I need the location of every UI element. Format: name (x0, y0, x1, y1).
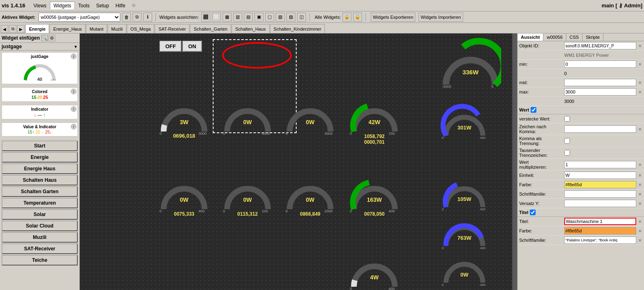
prop-titel-input[interactable] (564, 218, 636, 225)
export-btn[interactable]: Widgets Exportieren (371, 13, 415, 22)
preview-indicator[interactable]: Indicator ↓ — ↑ i (2, 105, 78, 119)
prop-schrift-input[interactable] (564, 190, 636, 198)
gauge-1[interactable]: 0 3000 3W 0696,018 (158, 91, 211, 139)
prop-multiplizieren-input[interactable] (564, 161, 636, 168)
colored-info-btn[interactable]: i (71, 89, 77, 94)
nav-schalten-haus[interactable]: Schalten Haus (2, 175, 78, 185)
center-canvas[interactable]: OFF ON 0 3000 3W 0696,018 0 (80, 33, 517, 290)
tab-energie[interactable]: Energie (25, 24, 49, 33)
gauge-9[interactable]: 0 2000 0W 0868,849 (284, 168, 337, 217)
preview-colored[interactable]: Colored 15 20 25 i (2, 87, 78, 102)
tab-schalten-haus[interactable]: Schalten_Haus (232, 24, 270, 33)
gauge-8[interactable]: 0 100 0W 0115,312 (221, 168, 274, 217)
delete-widget-btn[interactable]: 🗑 (122, 13, 131, 22)
nav-sat-receiver[interactable]: SAT-Receiver (2, 243, 78, 254)
settings-icon[interactable]: ⚙ (49, 35, 55, 41)
scroll-bar[interactable] (512, 33, 517, 290)
tab-os-mega[interactable]: OS_Mega (127, 24, 155, 33)
gauge-12[interactable]: 0 400 763W (440, 211, 489, 253)
prop-titel-farbe-input[interactable] (564, 227, 636, 234)
prop-komma-checkbox[interactable] (564, 138, 570, 144)
prop-mid-clear[interactable]: ✕ (637, 80, 642, 85)
gauge-10[interactable]: 0 400 163W 0078,050 (348, 168, 401, 217)
gauge-3[interactable]: 0 3000 0W (284, 91, 337, 141)
menu-hilfe[interactable]: Hilfe (112, 2, 128, 9)
prop-schrift2-input[interactable] (564, 236, 636, 244)
prop-min-input[interactable] (564, 60, 636, 68)
prop-zeichen-input[interactable] (564, 125, 636, 133)
info-widget-btn[interactable]: ℹ (143, 13, 152, 22)
gauge-11[interactable]: 0 400 105W (440, 172, 489, 214)
prop-max-input[interactable] (564, 88, 636, 96)
prop-objekt-id-input[interactable] (564, 42, 636, 49)
justgage-info-btn[interactable]: i (71, 54, 77, 59)
copy-widget-btn[interactable]: ⧉ (133, 13, 142, 22)
lock-btn[interactable]: 🔒 (342, 13, 351, 22)
prop-farbe-clear[interactable]: ✕ (637, 182, 642, 187)
tab-mutant[interactable]: Mutant (86, 24, 107, 33)
gauge-6[interactable]: 0 400 301W (440, 101, 489, 143)
prop-schrift2-clear[interactable]: ✕ (637, 237, 642, 243)
preview-justgage[interactable]: justGage 40 0 100 i (2, 52, 78, 84)
widget-type-header[interactable]: justgage ▼ (0, 43, 79, 50)
prop-versatz-input[interactable] (564, 200, 636, 207)
nav-muzili[interactable]: Muzili (2, 232, 78, 243)
prop-einheit-clear[interactable]: ✕ (637, 172, 642, 178)
align-btn-4[interactable]: ▥ (233, 13, 242, 22)
menu-views[interactable]: Views (30, 2, 50, 9)
off-button[interactable]: OFF (160, 41, 182, 52)
prop-verstecke-checkbox[interactable] (564, 116, 570, 122)
unlock-btn[interactable]: 🔓 (353, 13, 362, 22)
tab-schalten-kinderzimmer[interactable]: Schalten_Kinderzimmer (270, 24, 325, 33)
val-ind-info-btn[interactable]: i (71, 124, 77, 129)
prop-max-clear[interactable]: ✕ (637, 89, 642, 95)
tab-nav-copy[interactable]: ⧉ (9, 25, 16, 33)
prop-min-clear[interactable]: ✕ (637, 61, 642, 67)
menu-widgets[interactable]: Widgets (50, 2, 75, 9)
wert-checkbox[interactable] (531, 107, 536, 113)
nav-temperaturen[interactable]: Temperaturen (2, 198, 78, 208)
tab-nav-left[interactable]: ◀ (1, 25, 8, 33)
gauge-14[interactable]: 0 400 0W (440, 248, 489, 290)
prop-tab-aussicht[interactable]: Aussicht (518, 33, 543, 41)
align-btn-5[interactable]: ▤ (244, 13, 253, 22)
prop-tausender-checkbox[interactable] (564, 150, 570, 156)
tab-schalten-garten[interactable]: Schalten_Garten (190, 24, 231, 33)
gauge-4[interactable]: 0 150 42W 1058,7920000,701 (348, 91, 401, 145)
gauge-7[interactable]: 0 400 0W 0075,333 (158, 168, 211, 217)
nav-energie-haus[interactable]: Energie Haus (2, 163, 78, 174)
prop-zeichen-clear[interactable]: ✕ (637, 126, 642, 132)
nav-solar-cloud[interactable]: Solar Cloud (2, 221, 78, 231)
nav-schalten-garten[interactable]: Schalten Garten (2, 186, 78, 197)
prop-versatz-clear[interactable]: ✕ (637, 201, 642, 206)
preview-value-indicator[interactable]: Value & Indicator 15↑ 20→ 25↓ i (2, 123, 78, 136)
gauge-13[interactable]: 0 400 4W (348, 246, 401, 290)
nav-solar[interactable]: Solar (2, 209, 78, 220)
tab-muzili[interactable]: Muzili (108, 24, 126, 33)
on-button[interactable]: ON (182, 41, 202, 52)
prop-mid-input[interactable] (564, 79, 636, 86)
prop-titel-clear[interactable]: ✕ (637, 219, 642, 224)
gauge-2-selected[interactable]: 0 3000 0W (221, 91, 274, 141)
titel-checkbox[interactable] (530, 210, 536, 215)
align-btn-7[interactable]: ▢ (265, 13, 274, 22)
prop-multiplizieren-clear[interactable]: ✕ (637, 162, 642, 167)
prop-objekt-id-clear[interactable]: ✕ (637, 43, 642, 49)
align-btn-10[interactable]: ◫ (297, 13, 306, 22)
nav-energie[interactable]: Energie (2, 152, 78, 163)
tab-sat-receiver[interactable]: SAT-Receiver (155, 24, 189, 33)
tab-nav-right[interactable]: ▶ (17, 25, 25, 33)
menu-tools[interactable]: Tools (75, 2, 93, 9)
indicator-info-btn[interactable]: i (71, 106, 77, 112)
align-btn-1[interactable]: ⬛ (201, 13, 210, 22)
align-btn-6[interactable]: ▣ (254, 13, 263, 22)
import-btn[interactable]: Widgets Importieren (419, 13, 463, 22)
nav-start[interactable]: Start (2, 141, 78, 151)
nav-teiche[interactable]: Teiche (2, 255, 78, 265)
prop-titel-farbe-clear[interactable]: ✕ (637, 228, 642, 234)
tab-energie-haus[interactable]: Energie_Haus (50, 24, 86, 33)
align-btn-2[interactable]: ⬜ (212, 13, 221, 22)
prop-farbe-input[interactable] (564, 181, 636, 188)
align-btn-8[interactable]: ▧ (276, 13, 285, 22)
align-btn-9[interactable]: ▨ (286, 13, 295, 22)
